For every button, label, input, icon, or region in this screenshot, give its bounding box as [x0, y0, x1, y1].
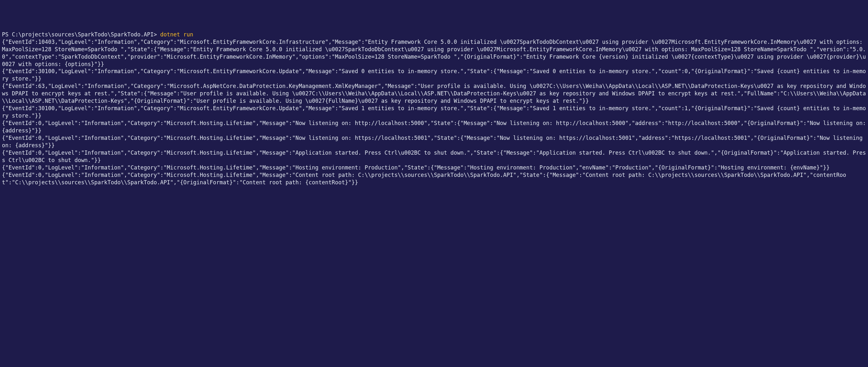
output-line: {"EventId":0,"LogLevel":"Information","C…	[2, 164, 866, 172]
command-text: dotnet run	[160, 31, 193, 38]
ps-prefix: PS	[2, 31, 12, 38]
output-line: {"EventId":30100,"LogLevel":"Information…	[2, 105, 866, 120]
output-line: {"EventId":0,"LogLevel":"Information","C…	[2, 149, 866, 164]
output-line: {"EventId":10403,"LogLevel":"Information…	[2, 38, 866, 68]
output-line: {"EventId":0,"LogLevel":"Information","C…	[2, 172, 866, 186]
output-line: {"EventId":0,"LogLevel":"Information","C…	[2, 120, 866, 134]
output-line: {"EventId":63,"LogLevel":"Information","…	[2, 83, 866, 105]
prompt-line: PS C:\projects\sources\SparkTodo\SparkTo…	[2, 31, 866, 38]
output-line: {"EventId":0,"LogLevel":"Information","C…	[2, 134, 866, 149]
prompt-separator: >	[154, 31, 160, 38]
terminal-output: {"EventId":10403,"LogLevel":"Information…	[2, 38, 866, 186]
current-path: C:\projects\sources\SparkTodo\SparkTodo.…	[12, 31, 154, 38]
output-line: {"EventId":30100,"LogLevel":"Information…	[2, 68, 866, 83]
terminal-window[interactable]: PS C:\projects\sources\SparkTodo\SparkTo…	[2, 31, 866, 186]
